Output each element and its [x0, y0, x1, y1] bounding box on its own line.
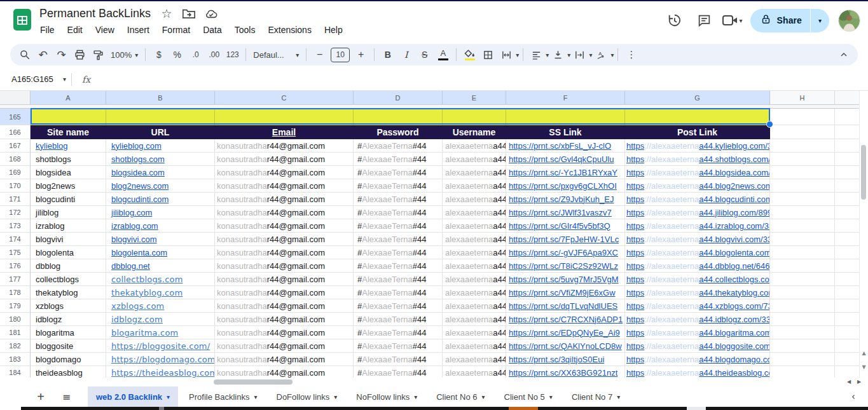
cell-password[interactable]: #AlexaaeTerna#44 [354, 326, 443, 339]
post-link-tail[interactable]: a44.blog2news.com/33752629/the-complete-… [699, 181, 770, 191]
cell-ss-link[interactable]: https://prnt.sc/GIr4f5v5bf3Q [506, 219, 625, 233]
url-link[interactable]: idblogz.com [111, 315, 163, 324]
url-link[interactable]: blogaritma.com [111, 328, 178, 338]
increase-font-size-button[interactable]: + [353, 46, 369, 63]
cell-username[interactable]: alexaaeternaa44 [443, 326, 506, 339]
cell-empty[interactable] [770, 286, 835, 299]
post-link-scheme[interactable]: https [626, 368, 644, 378]
row-number[interactable]: 180 [0, 313, 31, 326]
tab-scroll-left-icon[interactable]: ‹ [851, 391, 855, 402]
tab-web-2-0-backlink[interactable]: web 2.0 Backlink▾ [88, 386, 178, 407]
tab-client-no-7[interactable]: Client No 7▾ [563, 386, 628, 407]
strikethrough-button[interactable]: S [417, 46, 432, 63]
ss-link[interactable]: https://prnt.sc/VfiZM9jE6xGw [509, 288, 616, 297]
cell-username[interactable]: alexaaeternaa44 [443, 166, 506, 179]
chevron-down-icon[interactable]: ▾ [549, 393, 553, 400]
text-rotation-dropdown-icon[interactable]: ▾ [610, 51, 614, 58]
ss-link[interactable]: https://prnt.sc/5uvg7MrJ5VgM [509, 275, 619, 284]
cell-empty[interactable] [770, 273, 835, 286]
post-link-scheme[interactable]: https [626, 154, 644, 164]
row-number[interactable]: 173 [0, 219, 31, 233]
cell-username[interactable]: alexaaeternaa44 [443, 299, 506, 313]
ss-link[interactable]: https://prnt.sc/QAKlYnoLCD8w [509, 341, 622, 351]
scroll-left-icon[interactable]: ◀ [847, 379, 851, 385]
post-link-tail[interactable]: a44.blogaritma.com/31481318/the-complete… [699, 328, 770, 338]
cell-username[interactable]: alexaaeternaa44 [443, 206, 506, 219]
ss-link[interactable]: https://prnt.sc/pxgv6gCLXhOI [509, 181, 617, 191]
cell-empty[interactable] [770, 206, 835, 219]
row-number[interactable]: 181 [0, 326, 31, 339]
cell-email[interactable]: konasutradhar44@gmail.com [215, 273, 354, 286]
cell-password[interactable]: #AlexaaeTerna#44 [354, 139, 443, 153]
vertical-scrollbar[interactable]: ▲ ▼ [859, 91, 868, 378]
row-number[interactable]: 177 [0, 273, 31, 286]
chevron-down-icon[interactable]: ▾ [740, 17, 743, 24]
cell-empty[interactable] [770, 125, 835, 139]
cell-password[interactable]: #AlexaaeTerna#44 [354, 179, 443, 193]
cell-email[interactable]: konasutradhar44@gmail.com [215, 339, 354, 353]
cell-ss-link[interactable]: https://prnt.sc/C7RCXNj6ADP1 [506, 313, 625, 326]
undo-icon[interactable]: ↶ [35, 46, 51, 63]
ss-link[interactable]: https://prnt.sc/C7RCXNj6ADP1 [509, 315, 623, 324]
avatar[interactable] [838, 10, 860, 32]
align-dropdown-icon[interactable]: ▾ [546, 51, 549, 58]
cell-post-link[interactable]: https://alexaaeternaa44.xzblogs.com/7399… [625, 299, 770, 313]
cell-empty[interactable] [770, 219, 835, 233]
ss-link[interactable]: https://prnt.sc/EDpQNyEe_Ai9 [509, 328, 620, 338]
site-name-link[interactable]: kylieblog [36, 141, 68, 151]
cell-username[interactable]: alexaaeternaa44 [443, 139, 506, 153]
column-header-a[interactable]: A [31, 91, 106, 105]
number-format-button[interactable]: 123 [224, 46, 240, 63]
cell-ss-link[interactable]: https://prnt.sc/3qiltjoS0Eui [506, 353, 625, 366]
selected-cell[interactable] [506, 109, 625, 125]
font-select[interactable]: Defaul... ▾ [250, 50, 302, 60]
post-link-scheme[interactable]: https [626, 301, 644, 311]
sheets-logo-icon[interactable] [11, 9, 33, 31]
cell-post-link[interactable]: https://alexaaeternaa44.collectblogs.com… [625, 273, 770, 286]
cell-site-name[interactable]: theideasblog [31, 366, 106, 378]
cell-ss-link[interactable]: https://prnt.sc/Gvl4qkCpuUlu [506, 153, 625, 166]
url-link[interactable]: https://blogdomago.com/ [111, 355, 215, 364]
menu-help[interactable]: Help [318, 23, 349, 37]
url-link[interactable]: dbblog.net [111, 261, 150, 271]
format-percent-button[interactable]: % [169, 46, 185, 63]
format-currency-button[interactable]: $ [151, 46, 167, 63]
cell-post-link[interactable]: https://alexaaeternaa44.blog2news.com/33… [625, 179, 770, 193]
cell-post-link[interactable]: https://alexaaeternaa44.izrablog.com/336… [625, 219, 770, 233]
ss-link[interactable]: https://prnt.sc/Gvl4qkCpuUlu [509, 154, 614, 164]
post-link-scheme[interactable]: https [626, 168, 644, 177]
cell-ss-link[interactable]: https://prnt.sc/pxgv6gCLXhOI [506, 179, 625, 193]
decrease-decimal-button[interactable]: .0 [188, 46, 203, 63]
cell-email[interactable]: konasutradhar44@gmail.com [215, 193, 354, 206]
cell-ss-link[interactable]: https://prnt.sc/JWlf31vaszv7 [506, 206, 625, 219]
scroll-right-icon[interactable]: ▶ [857, 379, 861, 385]
selected-cell[interactable] [354, 109, 443, 125]
cell-email[interactable]: konasutradhar44@gmail.com [215, 206, 354, 219]
cell-url[interactable]: blogsidea.com [106, 166, 215, 179]
redo-icon[interactable]: ↷ [53, 46, 69, 63]
post-link-scheme[interactable]: https [626, 195, 644, 204]
cell-url[interactable]: idblogz.com [106, 313, 215, 326]
comment-icon[interactable] [692, 8, 717, 32]
ss-link[interactable]: https://prnt.sc/7FpJeHW-1VLc [509, 235, 619, 244]
cell-site-name[interactable]: blogvivi [31, 233, 106, 246]
url-link[interactable]: shotblogs.com [111, 154, 165, 164]
cell-site-name[interactable]: dbblog [31, 259, 106, 273]
post-link-scheme[interactable]: https [626, 221, 644, 231]
cell-password[interactable]: #AlexaaeTerna#44 [354, 246, 443, 259]
post-link-tail[interactable]: a44.blogcudinti.com/33199367/the-complet… [699, 195, 770, 204]
text-rotation-button[interactable]: A [593, 46, 609, 63]
cell-password[interactable]: #AlexaaeTerna#44 [354, 259, 443, 273]
cell-url[interactable]: https://bloggosite.com/ [106, 339, 215, 353]
cell-site-name[interactable]: thekatyblog [31, 286, 106, 299]
cell-username[interactable]: alexaaeternaa44 [443, 219, 506, 233]
borders-button[interactable] [480, 46, 496, 63]
cell-post-link[interactable]: https://alexaaeternaa44.bloggosite.com/3… [625, 339, 770, 353]
vertical-align-button[interactable] [550, 46, 566, 63]
ss-link[interactable]: https://prnt.sc/T8iC2Sz92WLz [509, 261, 618, 271]
menu-edit[interactable]: Edit [61, 23, 89, 37]
cell-username[interactable]: alexaaeternaa44 [443, 246, 506, 259]
bold-button[interactable]: B [380, 46, 396, 63]
cell-ss-link[interactable]: https://prnt.sc/T8iC2Sz92WLz [506, 259, 625, 273]
cell-site-name[interactable]: blog2news [31, 179, 106, 193]
